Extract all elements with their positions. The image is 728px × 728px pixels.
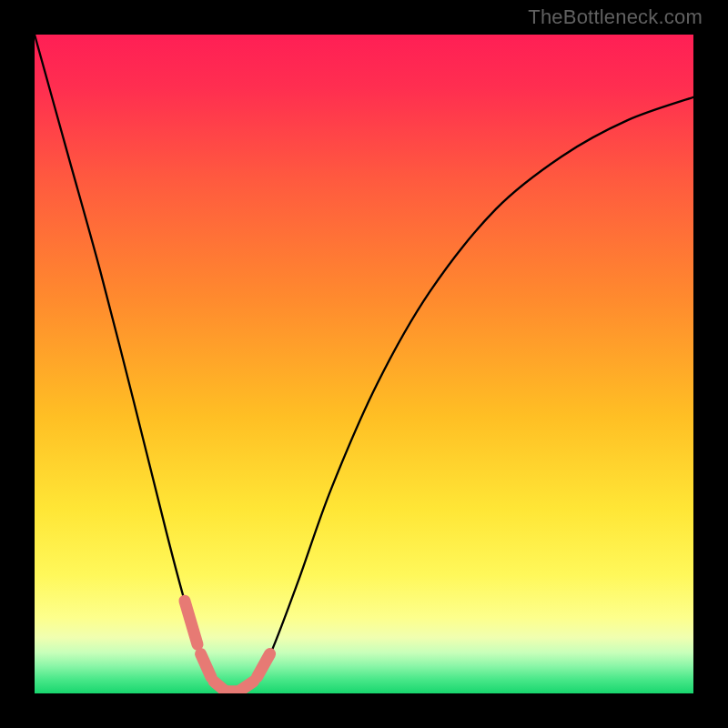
marker-segment: [185, 601, 197, 644]
attribution-text: TheBottleneck.com: [528, 5, 703, 29]
marker-segment: [240, 682, 253, 691]
outer-frame: TheBottleneck.com: [0, 0, 728, 728]
plot-area: [35, 35, 693, 693]
chart-svg: [35, 35, 693, 693]
marker-segment: [201, 654, 211, 677]
bottleneck-curve: [35, 35, 693, 693]
highlighted-markers: [185, 601, 270, 692]
marker-segment: [258, 654, 270, 677]
